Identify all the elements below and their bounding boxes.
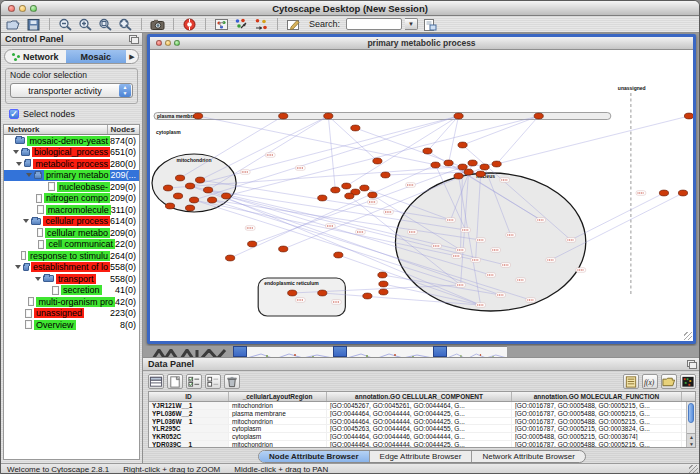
tree-item-unassigned[interactable]: unassigned223(0)	[4, 308, 139, 320]
tree-item-multi-organism-pro[interactable]: multi-organism pro42(0)	[4, 296, 139, 308]
tree-item-cellular-process[interactable]: cellular process614(0)	[4, 216, 139, 228]
tree-item-cell-communicat[interactable]: cell communicat22(0)	[4, 239, 139, 251]
float-data-panel-icon[interactable]	[687, 360, 696, 368]
network-node[interactable]	[381, 172, 390, 178]
network-edge[interactable]	[180, 116, 283, 178]
network-node[interactable]	[173, 193, 182, 199]
network-node[interactable]	[480, 164, 489, 170]
tree-item-overview[interactable]: Overview8(0)	[4, 319, 139, 331]
network-window-titlebar[interactable]: primary metabolic process	[150, 37, 693, 50]
network-node[interactable]	[423, 148, 432, 154]
tab-network-attribute-browser[interactable]: Network Attribute Browser	[472, 451, 584, 462]
float-panel-icon[interactable]	[129, 35, 138, 43]
app-resize-grip[interactable]	[689, 465, 698, 474]
background-window-fragment[interactable]	[433, 346, 447, 357]
network-edge[interactable]	[200, 116, 328, 180]
save-session-icon[interactable]	[25, 17, 42, 31]
expander-icon[interactable]	[35, 277, 41, 281]
unselect-attributes-icon[interactable]	[205, 374, 221, 389]
network-node[interactable]	[165, 203, 174, 209]
search-options-icon[interactable]	[421, 17, 438, 31]
network-edge[interactable]	[571, 193, 664, 240]
layout-nodes-icon[interactable]	[233, 17, 250, 31]
gene-label[interactable]	[325, 224, 335, 229]
network-node[interactable]	[458, 142, 467, 148]
network-node[interactable]	[279, 246, 288, 252]
tree-item-metabolic-process[interactable]: metabolic process280(0)	[4, 158, 139, 170]
tree-item-transport[interactable]: transport558(0)	[4, 273, 139, 285]
network-node[interactable]	[379, 289, 388, 295]
network-edge[interactable]	[497, 116, 539, 164]
zoom-out-icon[interactable]	[57, 17, 74, 31]
table-column-header[interactable]: annotation.GO MOLECULAR_FUNCTION	[512, 392, 682, 401]
tab-network[interactable]: Network	[5, 50, 66, 63]
tree-item-biological-process[interactable]: biological_process651(0)	[4, 147, 139, 159]
table-mode-icon[interactable]	[148, 374, 164, 389]
tree-item-nucleobase-[interactable]: nucleobase-209(0)	[4, 181, 139, 193]
network-graph[interactable]: plasma membranecytoplasmmitochondrionnuc…	[150, 50, 693, 341]
network-node[interactable]	[458, 164, 467, 170]
gene-label[interactable]	[295, 298, 305, 303]
node-color-dropdown[interactable]: transporter activity ▲▼	[10, 83, 133, 98]
network-node[interactable]	[345, 193, 354, 199]
network-node[interactable]	[454, 173, 463, 179]
tree-item-establishment-of-lo[interactable]: establishment of lo558(0)	[4, 262, 139, 274]
network-canvas[interactable]: plasma membranecytoplasmmitochondrionnuc…	[150, 50, 693, 341]
network-node[interactable]	[324, 113, 333, 119]
network-node[interactable]	[684, 113, 693, 119]
network-node[interactable]	[534, 113, 543, 119]
open-session-icon[interactable]	[5, 17, 22, 31]
table-column-header[interactable]: ID	[149, 392, 229, 401]
layout-edges-icon[interactable]	[253, 17, 270, 31]
delete-attribute-icon[interactable]	[224, 374, 240, 389]
network-node[interactable]	[360, 185, 369, 191]
network-node[interactable]	[378, 272, 387, 278]
zoom-fit-icon[interactable]	[117, 17, 134, 31]
search-dropdown-icon[interactable]: ▼	[405, 18, 418, 30]
select-nodes-checkbox[interactable]: ✓	[9, 109, 19, 119]
network-node[interactable]	[678, 190, 687, 196]
network-node[interactable]	[318, 195, 327, 201]
network-node[interactable]	[318, 290, 327, 296]
network-edge[interactable]	[328, 116, 377, 161]
table-row[interactable]: YPL036W__1mitochondrion[GO:0044464, GO:0…	[149, 418, 695, 426]
table-row[interactable]: YPL036W__2plasma membrane[GO:0044464, GO…	[149, 410, 695, 418]
network-node[interactable]	[288, 290, 297, 296]
background-window-fragment[interactable]	[247, 346, 333, 357]
network-edge[interactable]	[463, 116, 539, 145]
network-node[interactable]	[195, 177, 204, 183]
expander-icon[interactable]	[13, 150, 19, 154]
network-node[interactable]	[334, 252, 343, 258]
tab-edge-attribute-browser[interactable]: Edge Attribute Browser	[370, 451, 473, 462]
select-attributes-icon[interactable]	[186, 374, 202, 389]
network-node[interactable]	[468, 160, 477, 166]
network-node[interactable]	[185, 205, 194, 211]
table-column-header[interactable]: annotation.GO CELLULAR_COMPONENT	[327, 392, 512, 401]
gene-label[interactable]	[405, 183, 415, 188]
attribute-pad-icon[interactable]	[623, 374, 639, 389]
network-node[interactable]	[193, 113, 202, 119]
network-edge[interactable]	[497, 116, 689, 164]
table-row[interactable]: YKR052Ccytoplasm[GO:0044464, GO:0044446,…	[149, 433, 695, 441]
table-scrollbar-thumb[interactable]	[688, 403, 694, 423]
import-attributes-icon[interactable]	[661, 374, 677, 389]
tree-item-cellular-metabo[interactable]: cellular metabo209(0)	[4, 227, 139, 239]
network-node[interactable]	[379, 281, 388, 287]
tree-item-nitrogen-compo[interactable]: nitrogen compo209(0)	[4, 193, 139, 205]
create-attribute-icon[interactable]	[167, 374, 183, 389]
network-node[interactable]	[454, 113, 463, 119]
background-window-fragment[interactable]	[447, 346, 507, 357]
network-node[interactable]	[368, 192, 377, 198]
gene-label[interactable]	[265, 153, 275, 158]
gene-label[interactable]	[576, 268, 586, 273]
tabs-overflow-icon[interactable]: ▶	[126, 53, 138, 61]
expander-icon[interactable]	[26, 173, 32, 177]
help-icon[interactable]	[181, 17, 198, 31]
network-node[interactable]	[189, 197, 198, 203]
tree-item-secretion[interactable]: secretion41(0)	[4, 285, 139, 297]
table-scrollbar[interactable]: ▲▼	[686, 402, 695, 447]
table-row[interactable]: YJR121W__1mitochondrion[GO:0045267, GO:0…	[149, 402, 695, 410]
background-window-fragment[interactable]	[233, 346, 247, 357]
zoom-selected-icon[interactable]	[97, 17, 114, 31]
network-node[interactable]	[203, 187, 212, 193]
